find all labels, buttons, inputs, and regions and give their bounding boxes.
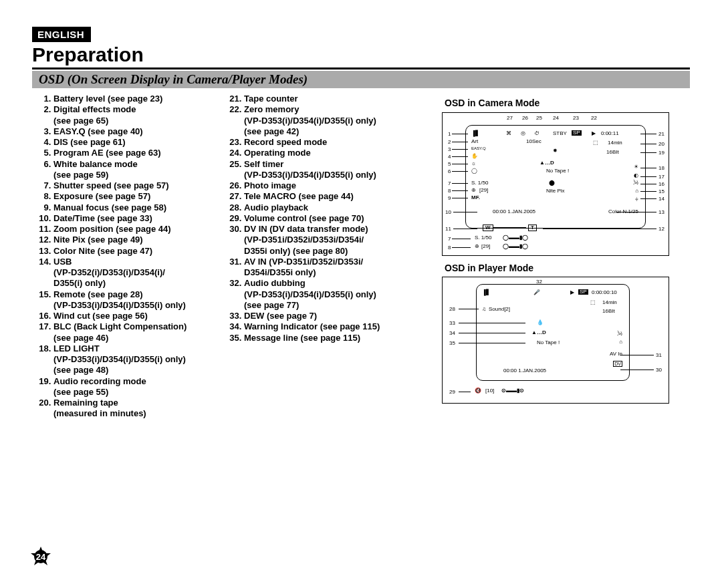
callout-31: 31 <box>656 353 662 358</box>
camera-mode-title: OSD in Camera Mode <box>445 98 689 110</box>
callout-4: 4 <box>448 154 451 160</box>
connector-line <box>640 134 656 134</box>
photo-icon: ◎ <box>521 131 525 136</box>
callout-14: 14 <box>658 196 665 202</box>
slider-icon2: ◯▬▬▮◯ <box>503 244 528 249</box>
osd-item-20: Remaining tape(measured in minutes) <box>53 398 228 420</box>
callout-9: 9 <box>448 196 451 201</box>
callout-23: 23 <box>573 116 579 121</box>
osd-item-24: Operating mode <box>244 148 435 158</box>
callout-1: 1 <box>448 132 451 137</box>
connector-line <box>459 392 471 392</box>
connector-line <box>459 323 525 323</box>
osd-item-5: Program AE (see page 63) <box>53 148 228 158</box>
connector-line <box>452 149 468 150</box>
osd-item-14: USB(VP-D352(i)/D353(i)/D354(i)/D355(i) o… <box>53 257 228 289</box>
osd-item-32: Audio dubbing(VP-D353(i)/D354(i)/D355(i)… <box>244 278 435 311</box>
callout-26: 26 <box>522 116 528 121</box>
page-title: Preparation <box>32 43 690 69</box>
osd-item-4: DIS (see page 61) <box>53 137 228 148</box>
callout-28: 28 <box>449 307 455 312</box>
callout-7b: 7 <box>448 237 451 242</box>
camera-mode-diagram: 27 26 25 24 23 22 1 2 3 4 5 6 7 8 9 10 1… <box>442 112 669 256</box>
exposure-icon: ⊕ <box>471 188 476 193</box>
macro-icon: ⌘ <box>506 131 511 136</box>
callout-10: 10 <box>445 210 451 215</box>
nitepix-label: Nite Pix <box>546 188 565 194</box>
osd-list-col1: Battery level (see page 23)Digital effec… <box>32 94 228 420</box>
connector-line <box>459 333 525 333</box>
mute-icon: 🔇 <box>475 388 481 394</box>
zoom-t-label: T <box>528 225 537 231</box>
connector-line <box>452 134 468 134</box>
mic-icon: 🎤 <box>533 290 540 295</box>
connector-line <box>640 191 656 192</box>
16bit-label: 16BIt <box>602 309 615 314</box>
osd-item-13: Color Nite (see page 47) <box>53 246 228 257</box>
notape-label: No Tape ! <box>537 340 560 345</box>
sound-icon: ♫ <box>482 307 486 312</box>
osd-item-12: Nite Pix (see page 49) <box>53 235 228 245</box>
connector-line <box>453 212 477 212</box>
windcut-icon: 🌬 <box>633 180 638 186</box>
osd-item-19: Audio recording mode(see page 55) <box>53 376 228 398</box>
osd-item-31: AV IN (VP-D351i/D352i/D353i/D354i/D355i … <box>244 257 435 279</box>
connector-line <box>640 198 656 199</box>
blc-icon: ◐ <box>634 173 638 178</box>
osd-item-2: Digital effects mode(see page 65) <box>53 104 228 126</box>
callout-5: 5 <box>448 162 451 167</box>
zeromem-icon: ▶ <box>592 131 596 136</box>
osd-item-16: Wind cut (see page 56) <box>53 311 228 321</box>
slider-icon1: ◯▬▬▮◯ <box>503 235 528 241</box>
osd-item-21: Tape counter <box>244 94 435 104</box>
callout-21: 21 <box>658 132 665 137</box>
connector-line <box>459 309 479 309</box>
connector-line <box>452 183 468 184</box>
player-mode-title: OSD in Player Mode <box>445 263 689 275</box>
avin-label: AV In <box>610 351 622 357</box>
notape-label: No Tape ! <box>546 168 569 174</box>
callout-35: 35 <box>449 341 455 346</box>
stby-label: STBY <box>553 131 567 136</box>
connector-line <box>452 198 468 198</box>
page-number: 24 <box>31 547 51 567</box>
osd-item-28: Audio playback <box>244 202 435 213</box>
datetime-label: 00:00 1.JAN.2005 <box>503 368 546 374</box>
callout-3: 3 <box>448 147 451 152</box>
tape-counter: 0:00:11 <box>601 131 619 136</box>
connector-line <box>452 247 471 248</box>
volume-slider-icon: ⊙▬▬▮⊙ <box>501 388 524 394</box>
exposure-label: [29] <box>479 188 488 193</box>
osd-item-8: Exposure (see page 57) <box>53 191 228 202</box>
player-mode-diagram: 32 28 33 34 35 31 30 29 ▐▋ 🎤 ▶ SP 0:00:0… <box>442 277 669 404</box>
remote-icon: ⌂ <box>635 188 638 194</box>
connector-line <box>620 355 654 355</box>
osd-item-18: LED LIGHT(VP-D353(i)/D354(i)/D355(i) onl… <box>53 343 228 376</box>
callout-12: 12 <box>658 227 665 232</box>
timer-icon: ⏱ <box>534 131 539 136</box>
connector-line <box>452 142 468 142</box>
osd-item-25: Self timer(VP-D353(i)/D354(i)/D355(i) on… <box>244 159 435 181</box>
camera-screen-frame: ▐▋ ⌘ ◎ ⏱ STBY SP ▶ 0:00:11 Art 10Sec ⬚ 1… <box>465 125 646 229</box>
callout-22: 22 <box>591 116 597 121</box>
osd-item-1: Battery level (see page 23) <box>53 94 228 104</box>
osd-item-22: Zero memory(VP-D353(i)/D354(i)/D355(i) o… <box>244 104 435 137</box>
art-label: Art <box>471 139 478 144</box>
callout-27: 27 <box>507 116 513 121</box>
callout-6: 6 <box>448 169 451 174</box>
osd-item-23: Record speed mode <box>244 137 435 148</box>
datetime-label: 00:00 1.JAN.2005 <box>493 209 535 214</box>
osd-list-col2: Tape counterZero memory(VP-D353(i)/D354(… <box>228 94 435 420</box>
osd-item-11: Zoom position (see page 44) <box>53 224 228 235</box>
rec-dot-icon: ⬤ <box>549 180 555 186</box>
osd-item-15: Remote (see page 28)(VP-D353(i)/D354(i)/… <box>53 289 228 311</box>
connector-line <box>616 212 656 212</box>
osd-item-7: Shutter speed (see page 57) <box>53 180 228 191</box>
exposure2-label: [29] <box>481 244 490 249</box>
14min-label: 14min <box>602 300 617 305</box>
dv-label: DV <box>613 361 622 367</box>
callout-7: 7 <box>448 181 451 186</box>
eject-label: ▲…D <box>531 330 546 335</box>
whitebalance-icon: ◯ <box>471 168 477 174</box>
osd-item-35: Message line (see page 115) <box>244 333 435 343</box>
